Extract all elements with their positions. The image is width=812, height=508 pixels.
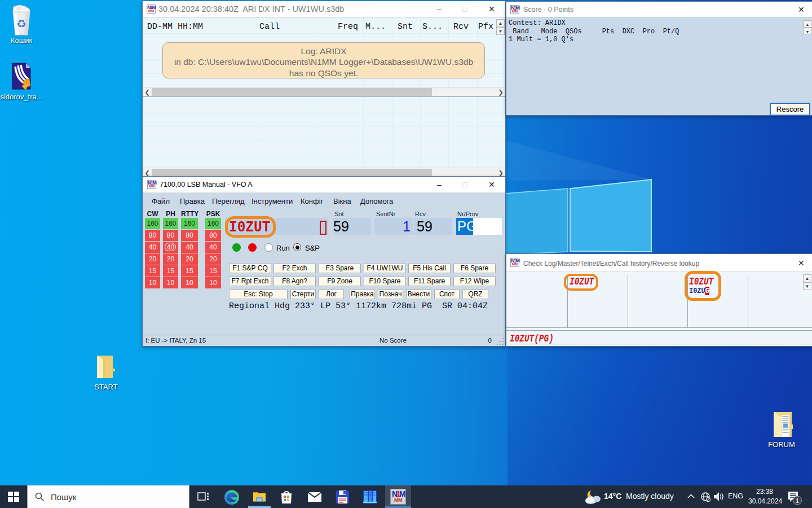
svg-text:♻: ♻ <box>16 17 27 30</box>
svg-text:1: 1 <box>796 497 799 504</box>
